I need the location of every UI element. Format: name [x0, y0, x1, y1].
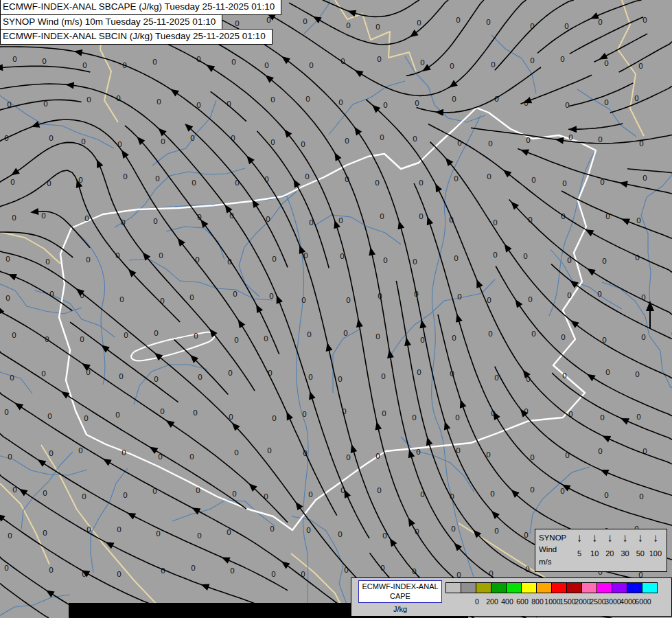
station-value: 0 — [338, 375, 343, 384]
station-value: 0 — [415, 527, 419, 536]
station-value: 0 — [306, 526, 311, 535]
cape-legend: ECMWF-INDEX-ANAL CAPE J/kg 0200400600800… — [351, 577, 672, 617]
wind-arrow-icon: ↓ — [607, 532, 613, 544]
station-value: 0 — [375, 179, 380, 187]
wind-speed-label: 5 — [577, 549, 581, 558]
station-value: 0 — [413, 135, 417, 144]
station-value: 0 — [636, 413, 641, 422]
station-value: 0 — [604, 59, 609, 68]
station-value: 0 — [564, 22, 569, 31]
station-value: 0 — [232, 490, 237, 499]
cape-legend-title-box: ECMWF-INDEX-ANAL CAPE — [358, 580, 441, 603]
station-value: 0 — [486, 18, 491, 27]
title-synop-wind: SYNOP Wind (m/s) 10m Tuesday 25-11-2025 … — [0, 14, 222, 30]
station-value: 0 — [561, 333, 566, 342]
station-value: 0 — [161, 566, 165, 575]
map-title-block: ECMWF-INDEX-ANAL SBCAPE (J/kg) Tuesday 2… — [0, 0, 281, 45]
station-value: 0 — [638, 62, 643, 71]
station-value: 0 — [415, 99, 419, 108]
station-value: 0 — [308, 490, 313, 499]
station-value: 0 — [416, 448, 421, 457]
station-value: 0 — [302, 410, 307, 419]
wind-speed-label: 50 — [636, 549, 645, 558]
station-value: 0 — [86, 255, 91, 264]
station-value: 0 — [47, 412, 52, 421]
wind-speed-scale: ↓5↓10↓20↓30↓50↓100 — [572, 532, 663, 569]
weather-map-page: 0000000000000000000000000000000000000000… — [0, 0, 672, 618]
station-value: 0 — [375, 332, 380, 341]
station-value: 0 — [153, 217, 158, 226]
station-value: 0 — [234, 336, 239, 345]
cape-color-swatch — [521, 582, 537, 593]
station-value: 0 — [196, 486, 200, 495]
station-value: 0 — [454, 254, 459, 263]
station-value: 0 — [523, 252, 528, 261]
station-value: 0 — [82, 492, 86, 501]
cape-color-swatch — [476, 582, 491, 593]
wind-speed-label: 100 — [649, 549, 662, 558]
station-value: 0 — [154, 375, 159, 384]
station-value: 0 — [124, 331, 128, 340]
station-value: 0 — [642, 174, 647, 183]
wind-arrow-icon: ↓ — [592, 532, 598, 544]
station-value: 0 — [598, 18, 603, 27]
cape-color-swatch — [566, 582, 582, 593]
cape-tick-label: 2000 — [575, 597, 590, 606]
station-value: 0 — [5, 255, 10, 264]
station-value: 0 — [12, 331, 16, 340]
station-value: 0 — [155, 174, 160, 183]
station-value: 0 — [157, 98, 161, 106]
wind-speed-column: ↓100 — [648, 532, 663, 569]
station-value: 0 — [159, 251, 163, 260]
wind-arrow-icon: ↓ — [577, 532, 583, 544]
station-value: 0 — [456, 16, 461, 25]
station-value: 0 — [491, 60, 496, 69]
station-value: 0 — [117, 570, 121, 579]
station-value: 0 — [493, 218, 498, 227]
station-value: 0 — [343, 329, 348, 338]
wind-speed-label: 20 — [605, 549, 614, 558]
station-value: 0 — [43, 489, 47, 498]
station-value: 0 — [272, 414, 277, 423]
station-value: 0 — [152, 58, 157, 67]
station-value: 0 — [346, 21, 351, 30]
cape-tick-label: 6000 — [635, 597, 651, 606]
station-value: 0 — [602, 257, 607, 266]
station-value: 0 — [189, 293, 194, 302]
wind-arrow-icon: ↓ — [653, 532, 659, 544]
wind-arrow-icon: ↓ — [638, 532, 644, 544]
station-value: 0 — [307, 330, 312, 339]
station-value: 0 — [121, 448, 126, 457]
station-value: 0 — [82, 61, 87, 70]
station-value: 0 — [380, 212, 384, 221]
wind-speed-label: 10 — [590, 549, 599, 558]
station-value: 0 — [383, 256, 388, 265]
cape-color-swatch — [612, 582, 627, 593]
station-value: 0 — [338, 98, 343, 107]
station-value: 0 — [420, 58, 425, 67]
station-value: 0 — [377, 486, 382, 495]
cape-tick-label: 0 — [475, 597, 479, 606]
station-value: 0 — [119, 295, 124, 304]
cape-tick-label: 1500 — [559, 597, 575, 606]
cape-tick-labels: 0200400600800100015002000250030004000600… — [446, 597, 669, 607]
cape-tick-label: 800 — [531, 597, 544, 606]
station-value: 0 — [43, 529, 47, 538]
station-value: 0 — [227, 528, 231, 537]
station-value: 0 — [160, 407, 165, 416]
station-value: 0 — [375, 452, 380, 461]
station-value: 0 — [233, 290, 237, 299]
station-value: 0 — [487, 172, 491, 181]
station-value: 0 — [338, 530, 343, 539]
cape-tick-label: 600 — [516, 597, 529, 606]
station-value: 0 — [197, 531, 202, 540]
cape-color-swatch — [506, 582, 522, 593]
station-value: 0 — [305, 172, 310, 181]
station-value: 0 — [494, 374, 499, 382]
station-value: 0 — [639, 492, 644, 501]
station-value: 0 — [80, 335, 84, 344]
station-value: 0 — [383, 101, 388, 110]
station-value: 0 — [5, 294, 10, 303]
station-value: 0 — [600, 413, 605, 422]
station-value: 0 — [270, 525, 275, 534]
